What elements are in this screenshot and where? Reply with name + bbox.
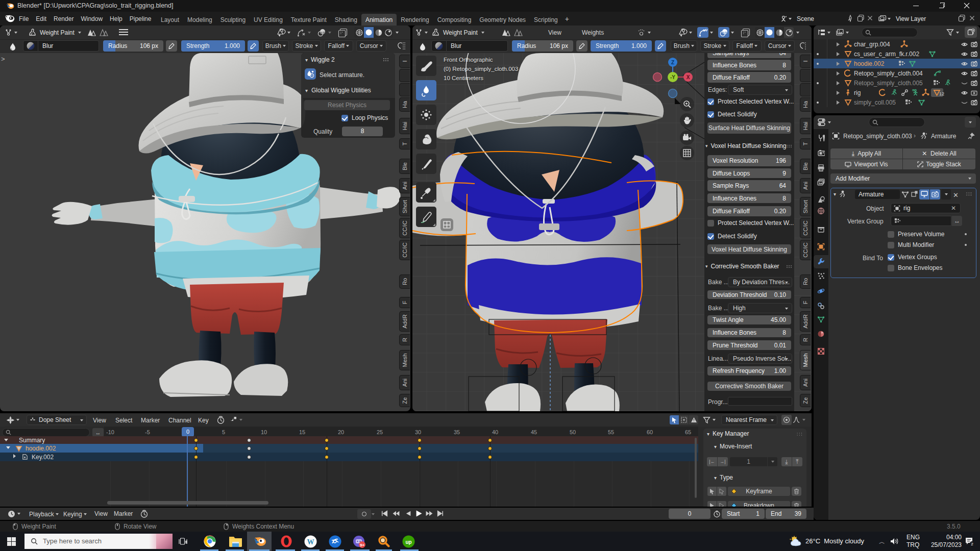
svg-text:W: W — [307, 538, 314, 546]
svg-text:-Y: -Y — [670, 74, 675, 80]
svg-text:Z: Z — [671, 60, 674, 65]
svg-text:9+: 9+ — [360, 543, 364, 547]
svg-text:up: up — [405, 539, 411, 545]
svg-text:X: X — [687, 74, 690, 80]
svg-text:2: 2 — [971, 542, 973, 546]
